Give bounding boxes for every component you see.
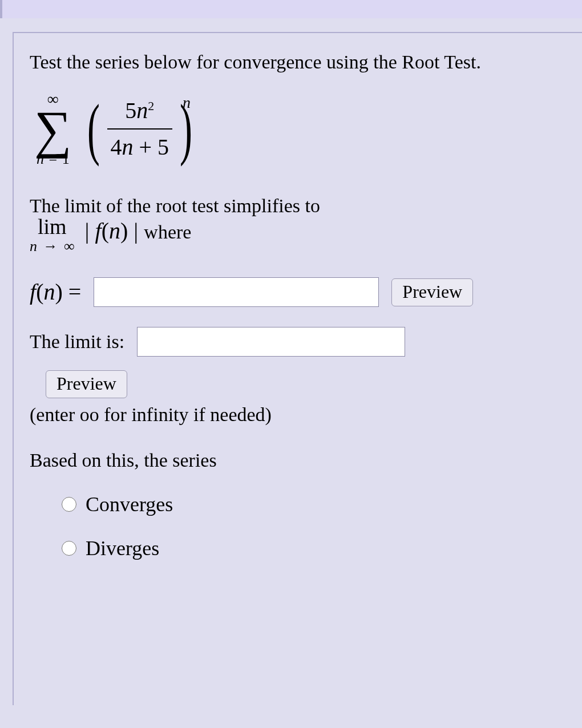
question-panel: Test the series below for convergence us…	[13, 32, 582, 705]
den-var: n	[122, 134, 134, 160]
panel-gap	[0, 18, 582, 32]
intro-text: Test the series below for convergence us…	[30, 49, 572, 75]
num-var: n	[136, 98, 148, 123]
abs-open: |	[85, 218, 90, 244]
option-converges[interactable]: Converges	[62, 491, 572, 519]
fn-label: f(n) =	[30, 277, 81, 308]
den-rest: + 5	[134, 134, 169, 160]
fn-eq: =	[63, 279, 82, 305]
top-band	[0, 0, 582, 18]
limit-input-row: The limit is:	[30, 327, 572, 357]
sigma: ∞ ∑ n = 1	[34, 91, 72, 167]
conclusion-options: Converges Diverges	[62, 491, 572, 562]
lim-word: lim	[38, 216, 67, 238]
num-pow: 2	[148, 99, 154, 113]
lim-f: f	[95, 218, 102, 244]
lim-arrow: →	[41, 238, 60, 254]
fn-arg: n	[43, 279, 55, 305]
fraction: 5n2 4n + 5	[107, 95, 173, 163]
lim-block: lim n → ∞	[30, 216, 75, 254]
series-expression: ∞ ∑ n = 1 ( 5n2 4n + 5 ) n	[34, 91, 572, 167]
limit-label: The limit is:	[30, 329, 124, 355]
fraction-denominator: 4n + 5	[107, 132, 173, 163]
fn-input[interactable]	[94, 277, 379, 307]
fn-input-row: f(n) = Preview	[30, 277, 572, 308]
sigma-eq: =	[47, 151, 58, 167]
abs-fn: | f(n) | where	[85, 216, 192, 246]
option-diverges[interactable]: Diverges	[62, 535, 572, 563]
den-coef: 4	[111, 134, 122, 160]
lim-after: where	[144, 221, 191, 242]
limit-preview-row: Preview	[46, 370, 572, 398]
radio-converges[interactable]	[62, 497, 76, 512]
lim-var: n	[30, 238, 37, 254]
lim-arg: n	[109, 218, 120, 244]
sigma-lower-bound: n = 1	[37, 152, 70, 167]
sigma-symbol: ∑	[34, 107, 72, 152]
fn-open: (	[36, 279, 43, 305]
left-paren: (	[87, 102, 100, 156]
limit-expression: lim n → ∞ | f(n) | where	[30, 216, 572, 254]
fn-close: )	[55, 279, 62, 305]
option-diverges-label: Diverges	[86, 535, 159, 563]
right-paren: )	[180, 102, 192, 156]
lim-inf: ∞	[64, 238, 75, 254]
lim-open-p: (	[102, 218, 109, 244]
abs-close: |	[134, 218, 138, 244]
fraction-bar	[107, 128, 173, 130]
limit-preview-button[interactable]: Preview	[46, 370, 127, 398]
sigma-start: 1	[62, 151, 70, 167]
lim-sub: n → ∞	[30, 238, 75, 254]
fn-f: f	[30, 279, 36, 305]
radio-diverges[interactable]	[62, 541, 76, 556]
conclusion-label: Based on this, the series	[30, 447, 572, 474]
series-term: ( 5n2 4n + 5 ) n	[82, 95, 191, 163]
fraction-numerator: 5n2	[122, 95, 157, 126]
sigma-index-var: n	[37, 151, 44, 167]
lim-close-p: )	[120, 218, 128, 244]
option-converges-label: Converges	[86, 491, 173, 519]
num-coef: 5	[125, 98, 136, 123]
fn-preview-button[interactable]: Preview	[391, 278, 473, 306]
infinity-hint: (enter oo for infinity if needed)	[30, 402, 572, 428]
limit-input[interactable]	[137, 327, 405, 357]
